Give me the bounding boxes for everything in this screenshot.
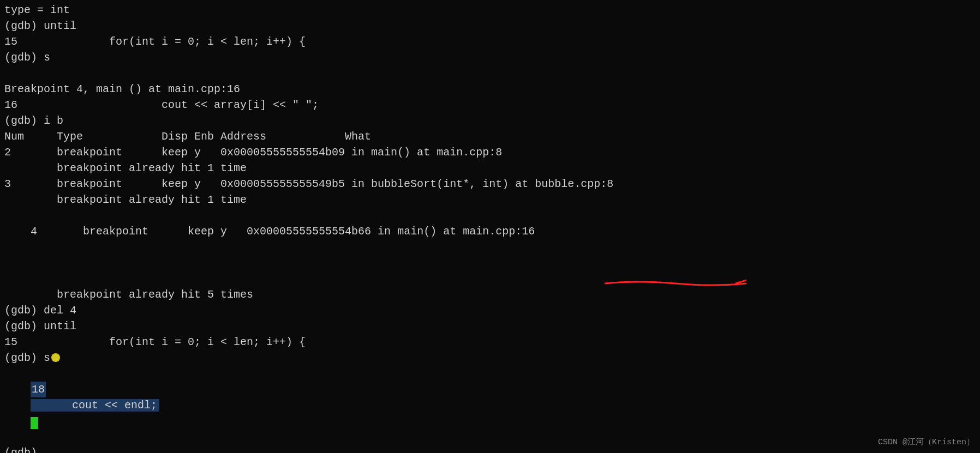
terminal-line xyxy=(4,65,976,81)
terminal-line: (gdb) del 4 xyxy=(4,303,976,318)
terminal-line: (gdb) s xyxy=(4,50,976,65)
terminal-line: breakpoint already hit 1 time xyxy=(4,192,976,208)
terminal-line: (gdb) i b xyxy=(4,113,976,129)
terminal-line-gdb-s: (gdb) s xyxy=(4,350,976,366)
svg-line-0 xyxy=(736,280,746,283)
terminal-line: (gdb) until xyxy=(4,18,976,34)
terminal-window: type = int (gdb) until 15 for(int i = 0;… xyxy=(0,0,980,453)
terminal-line: (gdb) until xyxy=(4,318,976,334)
green-cursor-block xyxy=(31,417,38,429)
terminal-line: Breakpoint 4, main () at main.cpp:16 xyxy=(4,81,976,97)
yellow-cursor-dot xyxy=(51,353,60,362)
terminal-line: 16 cout << array[i] << " "; xyxy=(4,97,976,113)
terminal-line: breakpoint already hit 5 times xyxy=(4,287,976,303)
terminal-line: breakpoint already hit 1 time xyxy=(4,160,976,176)
terminal-line: 3 breakpoint keep y 0x000055555555549b5 … xyxy=(4,176,976,192)
terminal-line-bp4: 4 breakpoint keep y 0x00005555555554b66 … xyxy=(4,208,976,287)
bp4-text: 4 breakpoint keep y 0x00005555555554b66 … xyxy=(31,225,535,238)
terminal-line: 15 for(int i = 0; i < len; i++) { xyxy=(4,34,976,50)
highlight-block: 18 xyxy=(31,382,46,397)
terminal-line: 15 for(int i = 0; i < len; i++) { xyxy=(4,334,976,350)
highlighted-code: cout << endl; xyxy=(31,399,159,412)
terminal-line: 2 breakpoint keep y 0x00005555555554b09 … xyxy=(4,144,976,160)
terminal-line: Num Type Disp Enb Address What xyxy=(4,129,976,144)
watermark: CSDN @江河（Kristen） xyxy=(878,437,975,449)
terminal-line: type = int xyxy=(4,2,976,18)
terminal-line-highlighted: 18 cout << endl; xyxy=(4,366,976,445)
terminal-line-prompt: (gdb) xyxy=(4,445,976,453)
